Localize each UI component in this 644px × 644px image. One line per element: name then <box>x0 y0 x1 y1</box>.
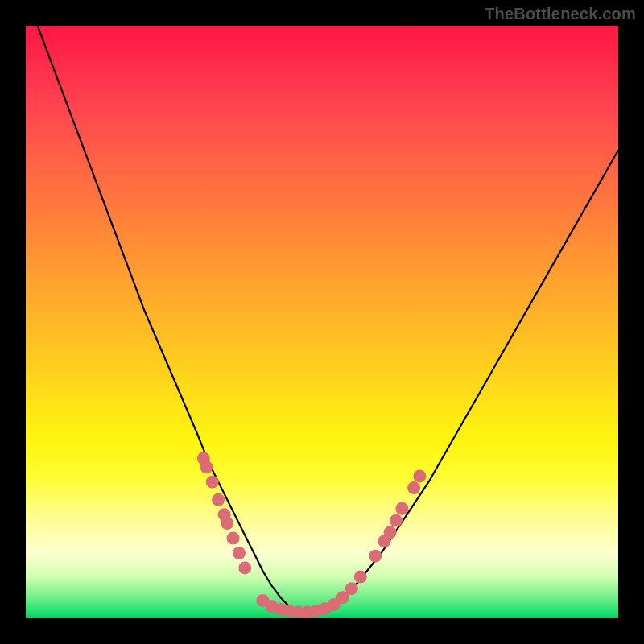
scatter-dot <box>390 514 402 527</box>
scatter-dot <box>354 571 367 584</box>
scatter-dot <box>221 517 233 530</box>
scatter-dot <box>407 481 420 494</box>
scatter-dot <box>238 561 251 574</box>
watermark-text: TheBottleneck.com <box>485 5 636 23</box>
scatter-dot <box>345 582 358 595</box>
scatter-dot <box>395 502 408 515</box>
scatter-dot <box>233 547 246 559</box>
bottleneck-curve <box>38 26 618 613</box>
scatter-dot <box>206 476 219 489</box>
plot-area <box>26 26 618 618</box>
chart-svg <box>26 26 618 618</box>
curve-layer <box>38 26 618 613</box>
scatter-dots-layer <box>197 452 427 618</box>
scatter-dot <box>227 532 240 545</box>
scatter-dot <box>413 469 426 482</box>
scatter-dot <box>200 460 213 473</box>
chart-container: TheBottleneck.com <box>0 0 644 644</box>
scatter-dot <box>369 550 382 563</box>
scatter-dot <box>384 526 397 539</box>
scatter-dot <box>212 493 225 506</box>
